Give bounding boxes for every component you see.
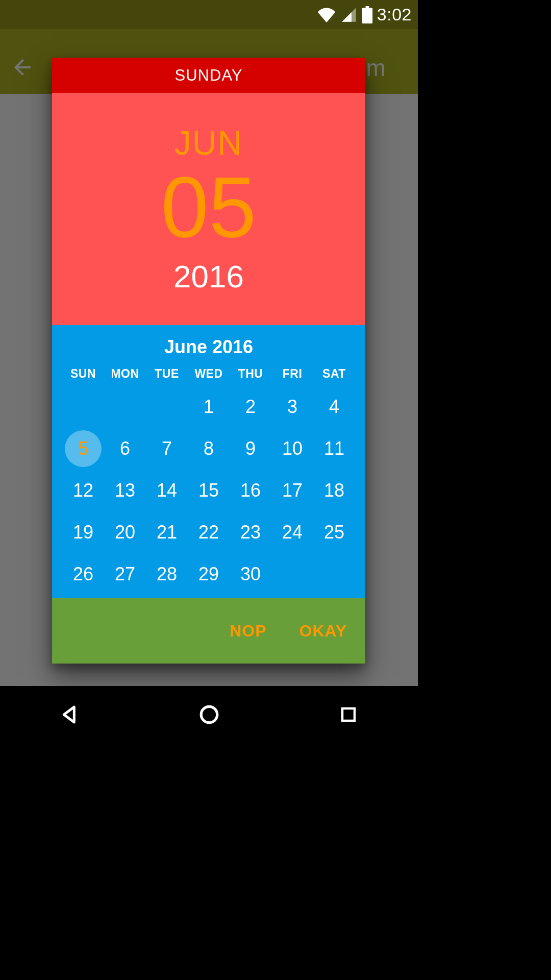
calendar-dow-header: WED	[188, 364, 230, 386]
calendar-dow-header: SUN	[62, 364, 104, 386]
nav-recents-button[interactable]	[308, 696, 389, 733]
svg-point-0	[201, 706, 217, 723]
battery-icon	[362, 6, 373, 23]
calendar-day[interactable]: 30	[230, 553, 271, 595]
calendar-day[interactable]: 4	[313, 386, 355, 428]
calendar-day[interactable]: 19	[62, 511, 104, 553]
calendar-day[interactable]: 11	[313, 428, 355, 470]
calendar-day[interactable]: 13	[104, 470, 146, 511]
calendar-day[interactable]: 9	[230, 428, 271, 470]
calendar-dow-header: MON	[104, 364, 146, 386]
calendar-day[interactable]: 24	[271, 511, 313, 553]
system-nav-bar	[0, 686, 418, 743]
calendar-day[interactable]: 3	[271, 386, 313, 428]
picker-action-bar: NOP OKAY	[52, 598, 365, 664]
picker-dayofweek-banner: SUNDAY	[52, 58, 365, 93]
calendar-day-blank	[62, 386, 104, 428]
picker-calendar: June 2016 SUNMONTUEWEDTHUFRISAT 12345678…	[52, 325, 365, 598]
svg-rect-1	[342, 708, 355, 721]
calendar-day[interactable]: 5	[62, 428, 104, 470]
calendar-day[interactable]: 27	[104, 553, 146, 595]
calendar-dow-header: TUE	[146, 364, 188, 386]
calendar-day-blank	[146, 386, 188, 428]
calendar-day-blank	[104, 386, 146, 428]
calendar-day[interactable]: 18	[313, 470, 355, 511]
calendar-day[interactable]: 20	[104, 511, 146, 553]
calendar-day[interactable]: 6	[104, 428, 146, 470]
calendar-day[interactable]: 25	[313, 511, 355, 553]
cell-signal-icon	[340, 7, 358, 22]
picker-hero-month[interactable]: JUN	[174, 124, 243, 162]
calendar-day[interactable]: 28	[146, 553, 188, 595]
status-clock: 3:02	[377, 5, 412, 24]
calendar-month-title: June 2016	[52, 325, 365, 364]
calendar-dow-header: THU	[230, 364, 271, 386]
calendar-day[interactable]: 17	[271, 470, 313, 511]
calendar-day[interactable]: 29	[188, 553, 230, 595]
picker-hero: JUN 05 2016	[52, 93, 365, 325]
picker-hero-year[interactable]: 2016	[173, 258, 244, 295]
date-picker-dialog: SUNDAY JUN 05 2016 June 2016 SUNMONTUEWE…	[52, 58, 365, 664]
calendar-day[interactable]: 2	[230, 386, 271, 428]
calendar-day[interactable]: 21	[146, 511, 188, 553]
picker-hero-day[interactable]: 05	[161, 162, 257, 252]
calendar-day[interactable]: 26	[62, 553, 104, 595]
calendar-day[interactable]: 7	[146, 428, 188, 470]
calendar-day[interactable]: 22	[188, 511, 230, 553]
calendar-day[interactable]: 23	[230, 511, 271, 553]
calendar-day[interactable]: 16	[230, 470, 271, 511]
calendar-dow-header: FRI	[271, 364, 313, 386]
calendar-dow-header: SAT	[313, 364, 355, 386]
nav-home-button[interactable]	[168, 696, 250, 733]
ok-button[interactable]: OKAY	[299, 622, 347, 641]
calendar-day[interactable]: 15	[188, 470, 230, 511]
calendar-day[interactable]: 8	[188, 428, 230, 470]
status-bar: 3:02	[0, 0, 418, 29]
calendar-day[interactable]: 10	[271, 428, 313, 470]
calendar-day[interactable]: 14	[146, 470, 188, 511]
cancel-button[interactable]: NOP	[230, 622, 266, 641]
calendar-day[interactable]: 1	[188, 386, 230, 428]
wifi-icon	[317, 7, 336, 22]
picker-dayofweek-text: SUNDAY	[175, 66, 243, 85]
nav-back-button[interactable]	[29, 696, 111, 733]
calendar-day[interactable]: 12	[62, 470, 104, 511]
